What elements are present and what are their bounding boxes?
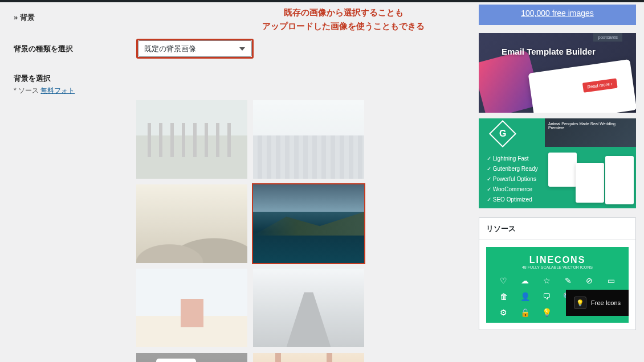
star-icon: ☆ xyxy=(538,276,555,285)
cloud-icon: ☁ xyxy=(517,276,534,285)
bg-thumb-bridge[interactable] xyxy=(253,353,364,362)
bg-thumb-road[interactable] xyxy=(253,269,364,347)
ad-email-tab: postcards xyxy=(593,33,622,42)
bg-type-select[interactable]: 既定の背景画像 xyxy=(138,40,252,57)
ban-icon: ⊘ xyxy=(581,276,598,285)
annotation-line2: アップロードした画像を使うこともできる xyxy=(262,19,425,33)
ad-green-logo: G xyxy=(489,120,516,147)
bg-type-highlight: 既定の背景画像 xyxy=(136,39,254,59)
ad-green-strip: Animal Penguins Made Real Wedding Premie… xyxy=(545,118,636,147)
heart-icon: ♡ xyxy=(495,276,512,285)
trash-icon: 🗑 xyxy=(495,292,512,301)
free-icons-label: Free Icons xyxy=(591,299,621,306)
ad-email-builder[interactable]: postcards Email Template Builder Read mo… xyxy=(479,33,636,113)
bg-thumb-lifeguard[interactable] xyxy=(136,269,247,347)
feature-item: Gutenberg Ready xyxy=(487,164,538,174)
bg-thumb-coffee[interactable] xyxy=(136,353,247,362)
feature-item: Powerful Options xyxy=(487,174,538,184)
ad-free-images[interactable]: 100,000 free images xyxy=(479,5,636,25)
linecons-subtitle: 48 FULLY SCALABLE VECTOR ICONS xyxy=(492,265,623,269)
annotation-text: 既存の画像から選択することも アップロードした画像を使うこともできる xyxy=(262,6,425,33)
free-icons-badge[interactable]: 💡 Free Icons xyxy=(566,290,629,316)
rect-icon: ▭ xyxy=(602,276,619,285)
linecons-title: LINECONS xyxy=(492,255,623,265)
bg-thumb-lake[interactable] xyxy=(253,184,364,263)
ad-email-readmore: Read more › xyxy=(582,79,617,93)
bg-select-label: 背景を選択 xyxy=(14,73,136,84)
free-images-link[interactable]: 100,000 free images xyxy=(521,9,594,18)
chat-icon: 🗨 xyxy=(538,292,555,301)
ad-linecons[interactable]: LINECONS 48 FULLY SCALABLE VECTOR ICONS … xyxy=(486,247,629,323)
feature-item: SEO Optimized xyxy=(487,195,538,205)
bg-thumb-beach[interactable] xyxy=(136,100,247,179)
bulb-icon: 💡 xyxy=(574,297,586,309)
free-photo-link[interactable]: 無料フォト xyxy=(40,87,75,94)
source-prefix: * ソース xyxy=(14,87,40,94)
bg-thumb-city[interactable] xyxy=(253,100,364,179)
resource-panel: リソース LINECONS 48 FULLY SCALABLE VECTOR I… xyxy=(479,217,636,330)
user-icon: 👤 xyxy=(517,292,534,301)
ad-green-features: Lightning Fast Gutenberg Ready Powerful … xyxy=(487,154,538,205)
bg-thumb-desert[interactable] xyxy=(136,184,247,263)
resource-heading: リソース xyxy=(479,218,635,240)
ad-green-theme[interactable]: Animal Penguins Made Real Wedding Premie… xyxy=(479,118,636,208)
bulb-icon: 💡 xyxy=(538,308,555,317)
annotation-line1: 既存の画像から選択することも xyxy=(262,6,425,19)
background-thumbnails xyxy=(136,100,370,362)
bg-type-label: 背景の種類を選択 xyxy=(14,44,136,54)
feature-item: Lightning Fast xyxy=(487,154,538,164)
gear-icon: ⚙ xyxy=(495,308,512,317)
feature-item: WooCommerce xyxy=(487,184,538,195)
ad-email-title: Email Template Builder xyxy=(502,47,596,56)
pencil-icon: ✎ xyxy=(560,276,577,285)
lock2-icon: 🔒 xyxy=(517,308,534,317)
